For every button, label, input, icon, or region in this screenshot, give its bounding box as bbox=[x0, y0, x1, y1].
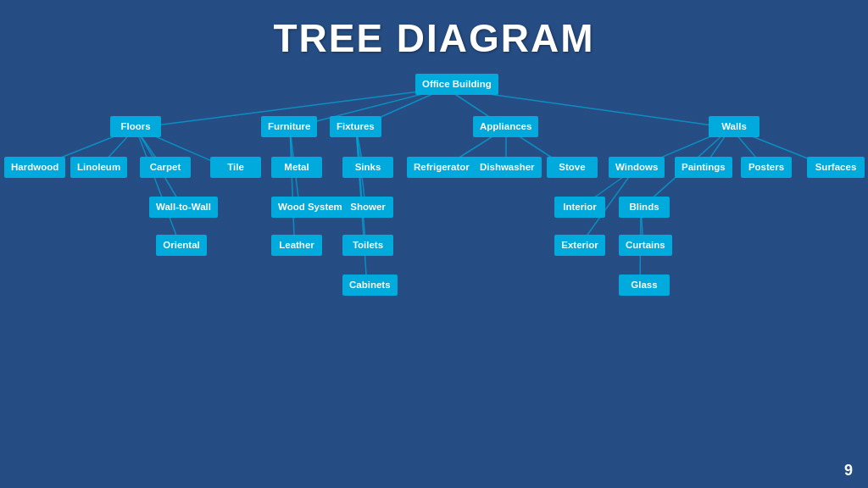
node-floors: Floors bbox=[110, 116, 161, 137]
page-title: TREE DIAGRAM bbox=[0, 0, 868, 61]
node-linoleum: Linoleum bbox=[70, 157, 127, 178]
node-glass: Glass bbox=[619, 274, 670, 296]
node-fixtures: Fixtures bbox=[330, 116, 381, 137]
node-carpet: Carpet bbox=[140, 157, 191, 178]
node-tile: Tile bbox=[210, 157, 261, 178]
node-oriental: Oriental bbox=[156, 235, 207, 256]
node-metal: Metal bbox=[271, 157, 322, 178]
node-exterior: Exterior bbox=[554, 235, 605, 256]
node-surfaces: Surfaces bbox=[807, 157, 865, 178]
node-walls: Walls bbox=[709, 116, 760, 137]
page-number: 9 bbox=[844, 462, 853, 480]
node-interior: Interior bbox=[554, 197, 605, 218]
node-walltowall: Wall-to-Wall bbox=[149, 197, 218, 218]
tree-diagram: Office BuildingFloorsFurnitureFixturesAp… bbox=[0, 65, 868, 455]
node-posters: Posters bbox=[741, 157, 792, 178]
node-leather: Leather bbox=[271, 235, 322, 256]
node-cabinets: Cabinets bbox=[342, 274, 398, 296]
node-furniture: Furniture bbox=[261, 116, 317, 137]
node-stove: Stove bbox=[547, 157, 598, 178]
node-appliances: Appliances bbox=[473, 116, 538, 137]
node-paintings: Paintings bbox=[675, 157, 732, 178]
node-dishwasher: Dishwasher bbox=[473, 157, 542, 178]
node-hardwood: Hardwood bbox=[4, 157, 65, 178]
svg-line-10 bbox=[136, 128, 181, 247]
node-toilets: Toilets bbox=[342, 235, 393, 256]
node-blinds: Blinds bbox=[619, 197, 670, 218]
node-curtains: Curtains bbox=[619, 235, 672, 256]
node-refrigerator: Refrigerator bbox=[407, 157, 476, 178]
node-root: Office Building bbox=[415, 74, 498, 95]
node-sinks: Sinks bbox=[342, 157, 393, 178]
node-windows: Windows bbox=[609, 157, 665, 178]
node-shower: Shower bbox=[342, 197, 393, 218]
